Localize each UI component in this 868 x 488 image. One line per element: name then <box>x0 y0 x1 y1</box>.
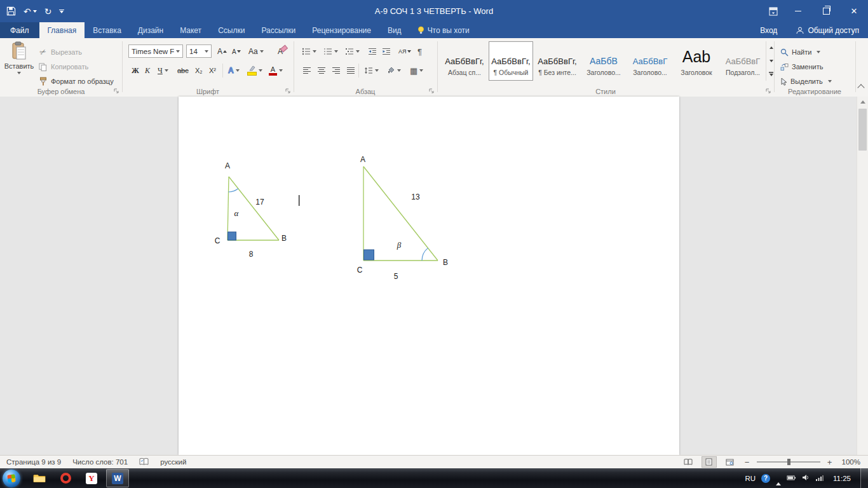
redo-button[interactable]: ↻ <box>44 7 52 16</box>
start-button[interactable] <box>3 470 20 487</box>
power-tray-icon[interactable] <box>787 475 796 482</box>
scroll-up-button[interactable] <box>857 97 868 107</box>
show-marks-button[interactable]: ¶ <box>416 44 424 58</box>
font-name-combo[interactable]: Times New F <box>128 44 183 58</box>
clock[interactable]: 11:25 <box>829 475 855 482</box>
zoom-level[interactable]: 100% <box>842 458 860 466</box>
ribbon-display-options-button[interactable] <box>763 0 784 22</box>
network-tray-icon[interactable] <box>815 475 824 482</box>
minimize-button[interactable] <box>784 0 812 22</box>
decrease-indent-button[interactable] <box>366 44 379 58</box>
proofing-status[interactable] <box>139 458 149 466</box>
close-button[interactable]: ✕ <box>840 0 868 22</box>
tab-view[interactable]: Вид <box>379 22 410 38</box>
tab-design[interactable]: Дизайн <box>130 22 172 38</box>
strikethrough-button[interactable]: abc <box>175 64 191 78</box>
tab-home[interactable]: Главная <box>39 22 85 38</box>
select-button[interactable]: Выделить <box>780 75 832 88</box>
page-indicator[interactable]: Страница 9 из 9 <box>6 458 61 466</box>
maximize-button[interactable] <box>812 0 840 22</box>
superscript-button[interactable]: X² <box>207 64 218 78</box>
zoom-slider[interactable] <box>757 461 820 463</box>
replace-button[interactable]: Заменить <box>780 60 823 73</box>
font-size-combo[interactable]: 14 <box>186 44 212 58</box>
sign-in-button[interactable]: Вход <box>750 22 787 38</box>
word-count[interactable]: Число слов: 701 <box>72 458 128 466</box>
tab-mailings[interactable]: Рассылки <box>253 22 304 38</box>
highlight-icon <box>247 65 257 76</box>
web-layout-button[interactable] <box>722 456 738 468</box>
scrollbar-thumb[interactable] <box>858 109 867 151</box>
taskbar-word-button[interactable]: W <box>106 469 129 487</box>
vertical-scrollbar[interactable] <box>857 97 868 455</box>
undo-button[interactable]: ↶ <box>24 7 37 16</box>
sort-button[interactable]: АЯ <box>397 44 413 58</box>
paragraph-dialog-launcher[interactable] <box>428 88 435 94</box>
format-painter-button[interactable]: Формат по образцу <box>38 75 114 88</box>
tab-review[interactable]: Рецензирование <box>304 22 379 38</box>
text-effects-button[interactable]: А <box>226 64 241 78</box>
find-button[interactable]: Найти <box>780 46 820 58</box>
styles-dialog-launcher[interactable] <box>765 88 771 94</box>
font-color-button[interactable]: А <box>267 64 285 78</box>
tab-file[interactable]: Файл <box>0 22 39 38</box>
language-switcher[interactable]: RU <box>745 475 756 482</box>
help-icon[interactable]: ? <box>761 474 770 483</box>
align-right-button[interactable] <box>330 64 342 78</box>
collapse-ribbon-button[interactable] <box>858 84 864 92</box>
taskbar-yandex-button[interactable]: Y <box>80 469 103 487</box>
grow-font-button[interactable]: А <box>215 44 229 58</box>
qat-customize-button[interactable] <box>59 10 64 13</box>
taskbar-explorer-button[interactable] <box>28 469 51 487</box>
font-dialog-launcher[interactable] <box>285 88 291 94</box>
style-normal[interactable]: АаБбВвГг, ¶ Обычный <box>489 41 533 81</box>
bullets-button[interactable] <box>300 44 318 58</box>
copy-button[interactable]: Копировать <box>38 60 88 73</box>
format-painter-icon <box>38 77 48 86</box>
base-label: 5 <box>394 272 398 281</box>
show-desktop-button[interactable] <box>860 468 868 488</box>
read-mode-button[interactable] <box>681 456 696 468</box>
borders-button[interactable]: ▦ <box>408 64 425 78</box>
paste-button[interactable]: Вставить <box>3 41 35 87</box>
numbering-button[interactable] <box>322 44 340 58</box>
clear-formatting-button[interactable]: А <box>276 44 289 58</box>
shrink-font-button[interactable]: А <box>230 44 243 58</box>
italic-button[interactable]: К <box>143 64 152 78</box>
highlight-button[interactable] <box>245 64 264 78</box>
change-case-button[interactable]: Aa <box>247 44 266 58</box>
taskbar-browser-button[interactable] <box>54 469 77 487</box>
style-no-spacing[interactable]: АаБбВвГг, ¶ Без инте... <box>535 41 580 81</box>
style-title[interactable]: Aab Заголовок <box>674 41 719 81</box>
line-spacing-button[interactable] <box>362 64 381 78</box>
tell-me-box[interactable]: Что вы хоти <box>410 22 477 38</box>
language-indicator[interactable]: русский <box>160 458 186 466</box>
increase-indent-button[interactable] <box>380 44 393 58</box>
save-button[interactable] <box>6 6 16 16</box>
style-subtitle[interactable]: АаБбВвГ Подзагол... <box>721 41 765 81</box>
zoom-out-button[interactable]: − <box>743 458 751 467</box>
tab-layout[interactable]: Макет <box>172 22 210 38</box>
style-list-paragraph[interactable]: АаБбВвГг, Абзац сп... <box>442 41 487 81</box>
justify-button[interactable] <box>345 64 357 78</box>
tab-references[interactable]: Ссылки <box>210 22 253 38</box>
underline-button[interactable]: Ч <box>156 64 170 78</box>
show-hidden-icons-button[interactable] <box>776 475 781 482</box>
tab-insert[interactable]: Вставка <box>85 22 130 38</box>
shading-button[interactable] <box>385 64 403 78</box>
volume-tray-icon[interactable] <box>802 474 810 482</box>
bold-button[interactable]: Ж <box>130 64 141 78</box>
share-button[interactable]: Общий доступ <box>787 22 868 38</box>
print-layout-button[interactable] <box>702 456 717 468</box>
subscript-button[interactable]: X₂ <box>193 64 205 78</box>
zoom-in-button[interactable]: + <box>826 458 834 467</box>
document-page[interactable]: A C B 17 8 α A C B 13 5 β <box>179 97 679 455</box>
style-heading1[interactable]: АаБбВ Заголово... <box>581 41 626 81</box>
multilevel-list-button[interactable] <box>343 44 362 58</box>
align-left-button[interactable] <box>301 64 313 78</box>
clipboard-dialog-launcher[interactable] <box>113 88 119 94</box>
cut-button[interactable]: ✂ Вырезать <box>38 46 82 58</box>
style-heading2[interactable]: АаБбВвГ Заголово... <box>628 41 672 81</box>
zoom-slider-thumb[interactable] <box>787 459 790 465</box>
align-center-button[interactable] <box>316 64 328 78</box>
